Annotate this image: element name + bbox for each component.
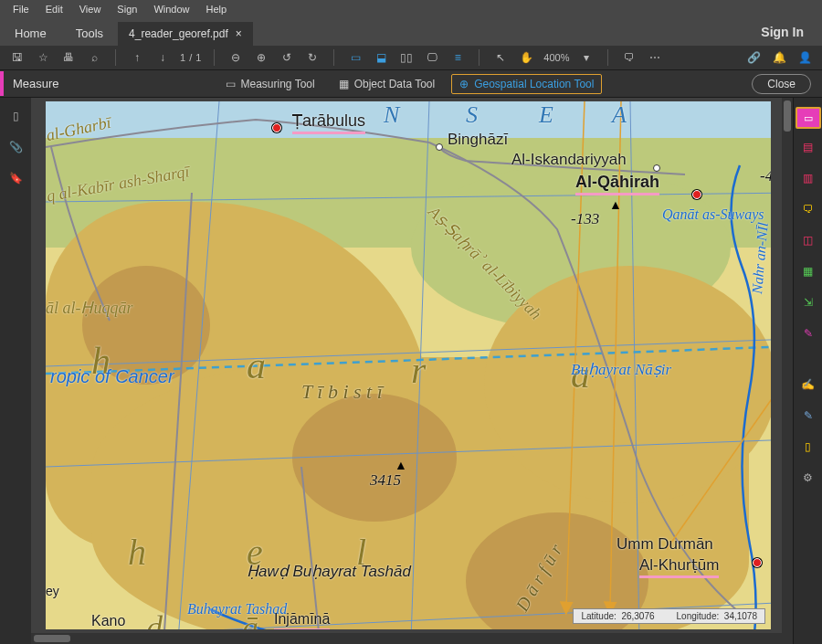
workspace: ▯ 📎 🔖 bbox=[0, 98, 822, 644]
comment-icon[interactable]: 🗨 bbox=[621, 49, 638, 66]
combine-icon[interactable]: ◫ bbox=[799, 231, 817, 249]
hand-icon[interactable]: ✋ bbox=[518, 49, 534, 66]
city-binghazi-dot bbox=[436, 143, 443, 151]
menu-help[interactable]: Help bbox=[199, 2, 235, 16]
data-icon: ▦ bbox=[339, 78, 349, 90]
globe-icon: ⊕ bbox=[459, 78, 469, 90]
city-tarabulus-dot bbox=[272, 123, 281, 132]
menu-edit[interactable]: Edit bbox=[38, 2, 70, 16]
right-sidebar: ▣ ▤ ▥ 🗨 ◫ ▦ ⇲ ✎ ✍ ✎ ▯ ▭ ⚙ bbox=[793, 98, 822, 644]
edit-pdf-icon[interactable]: ▤ bbox=[799, 138, 817, 156]
close-measure-button[interactable]: Close bbox=[752, 74, 811, 94]
menu-window[interactable]: Window bbox=[146, 2, 196, 16]
pointer-icon[interactable]: ↖ bbox=[492, 49, 509, 66]
rotate-ccw-icon[interactable]: ↺ bbox=[279, 49, 295, 66]
more-tools-icon[interactable]: ▯ bbox=[799, 438, 817, 456]
document-tab-label: 4_reader_georef.pdf bbox=[129, 27, 228, 40]
sahel-h: h bbox=[128, 531, 146, 574]
page-view-icon[interactable]: ▯▯ bbox=[398, 49, 415, 66]
signin-button[interactable]: Sign In bbox=[743, 25, 822, 39]
tibisti-label: T ī b i s t ī bbox=[301, 380, 383, 404]
tropic-of-cancer: ropic of Cancer bbox=[50, 366, 174, 387]
nav-home[interactable]: Home bbox=[0, 21, 61, 46]
zoom-out-icon[interactable]: ⊖ bbox=[227, 49, 244, 66]
more-icon[interactable]: ⋯ bbox=[647, 49, 663, 66]
triangle-icon-2: ▲ bbox=[395, 458, 407, 472]
organize-icon[interactable]: ▦ bbox=[799, 262, 817, 280]
city-khartum-dot bbox=[753, 558, 762, 567]
hawd-label: Ḥawḍ Buḥayrat Tashād bbox=[247, 564, 411, 581]
geospatial-tool-button[interactable]: ⊕ Geospatial Location Tool bbox=[451, 74, 602, 94]
left-sidebar: ▯ 📎 🔖 bbox=[0, 98, 31, 644]
protect-icon[interactable]: ✎ bbox=[799, 406, 817, 425]
ruler-icon: ▭ bbox=[226, 78, 236, 90]
search-icon[interactable]: ⌕ bbox=[86, 49, 102, 66]
city-iskandariyyah-dot bbox=[653, 164, 660, 172]
triangle-icon: ▲ bbox=[609, 197, 622, 212]
main-toolbar: 🖫 ☆ 🖶 ⌕ ↑ ↓ 1 / 1 ⊖ ⊕ ↺ ↻ ▭ ⬓ ▯▯ 🖵 ≡ ↖ ✋… bbox=[0, 46, 822, 70]
page-indicator[interactable]: 1 / 1 bbox=[180, 52, 201, 63]
star-icon[interactable]: ☆ bbox=[35, 49, 51, 66]
measure-panel-selected[interactable]: ▭ bbox=[796, 107, 821, 129]
document-view[interactable]: N S E A h a r a h e l d ā T ī b i s t ī … bbox=[31, 98, 793, 644]
menu-sign[interactable]: Sign bbox=[110, 2, 144, 16]
sahara-a: a bbox=[247, 343, 266, 387]
city-tarabulus: Ṭarābulus bbox=[292, 111, 365, 134]
comment-tool-icon[interactable]: 🗨 bbox=[799, 200, 817, 218]
create-pdf-icon[interactable]: ▥ bbox=[799, 169, 817, 187]
city-khartum: Al-Khurṭūm bbox=[639, 555, 719, 578]
fullscreen-icon[interactable]: 🖵 bbox=[424, 49, 440, 66]
compress-icon[interactable]: ⇲ bbox=[799, 293, 817, 311]
city-qahirah-dot bbox=[692, 190, 701, 199]
scrollbar-vertical[interactable] bbox=[782, 98, 793, 644]
menu-view[interactable]: View bbox=[72, 2, 109, 16]
settings-icon[interactable]: ⚙ bbox=[799, 469, 817, 487]
scrollbar-horizontal[interactable] bbox=[31, 633, 782, 644]
map-canvas[interactable]: N S E A h a r a h e l d ā T ī b i s t ī … bbox=[46, 101, 771, 629]
rotate-cw-icon[interactable]: ↻ bbox=[304, 49, 321, 66]
profile-icon[interactable]: 👤 bbox=[796, 49, 813, 66]
save-icon[interactable]: 🖫 bbox=[9, 49, 26, 66]
city-qahirah: Al-Qāhirah bbox=[575, 173, 659, 195]
zoom-in-icon[interactable]: ⊕ bbox=[253, 49, 269, 66]
close-tab-icon[interactable]: × bbox=[236, 27, 242, 40]
qanat-label: Qanāt as-Suways bbox=[662, 206, 764, 223]
pages-panel-icon[interactable]: ▯ bbox=[6, 107, 25, 125]
tabbar: Home Tools 4_reader_georef.pdf × Sign In bbox=[0, 18, 822, 46]
nav-tools[interactable]: Tools bbox=[61, 21, 118, 46]
sea-letter-s: S bbox=[466, 101, 478, 129]
buhayrat-tashad-label: Buhayrat Tashad bbox=[187, 602, 287, 618]
menu-file[interactable]: File bbox=[5, 2, 37, 16]
fit-width-icon[interactable]: ▭ bbox=[347, 49, 364, 66]
svg-line-0 bbox=[46, 193, 771, 202]
huqqar-label: āl al-Ḥuqqār bbox=[46, 298, 133, 318]
arrow-up-icon[interactable]: ↑ bbox=[129, 49, 145, 66]
arrow-down-icon[interactable]: ↓ bbox=[154, 49, 171, 66]
bell-icon[interactable]: 🔔 bbox=[771, 49, 787, 66]
sahara-r: r bbox=[411, 348, 426, 392]
ey-label: ey bbox=[46, 584, 59, 598]
redact-icon[interactable]: ✎ bbox=[799, 324, 817, 343]
attachments-icon[interactable]: 📎 bbox=[6, 138, 25, 156]
city-umm-durman: Umm Durmān bbox=[616, 535, 713, 554]
d-letter: d bbox=[146, 608, 163, 629]
elev-neg133: -133 bbox=[571, 210, 599, 228]
zoom-level[interactable]: 400% bbox=[543, 52, 569, 63]
buhayrat-nasir-label: Buḥayrat Nāṣir bbox=[571, 360, 671, 379]
measuring-tool-button[interactable]: ▭ Measuring Tool bbox=[218, 75, 322, 93]
chevron-down-icon[interactable]: ▾ bbox=[578, 49, 595, 66]
city-iskandariyyah: Al-Iskandariyyah bbox=[511, 151, 627, 169]
city-kano: Kano bbox=[91, 613, 125, 629]
fit-page-icon[interactable]: ⬓ bbox=[373, 49, 389, 66]
city-binghazi: Binghāzī bbox=[448, 131, 508, 149]
print-icon[interactable]: 🖶 bbox=[60, 49, 77, 66]
city-injamina: Injāmīnā bbox=[274, 611, 330, 629]
reading-mode-icon[interactable]: ≡ bbox=[449, 49, 466, 66]
document-tab[interactable]: 4_reader_georef.pdf × bbox=[118, 22, 253, 46]
object-data-tool-button[interactable]: ▦ Object Data Tool bbox=[332, 75, 443, 93]
bookmarks-icon[interactable]: 🔖 bbox=[6, 169, 25, 187]
sea-letter-e: E bbox=[539, 101, 553, 129]
measure-toolbar: Measure ▭ Measuring Tool ▦ Object Data T… bbox=[0, 70, 822, 98]
share-icon[interactable]: 🔗 bbox=[745, 49, 762, 66]
sign-tool-icon[interactable]: ✍ bbox=[799, 375, 817, 394]
